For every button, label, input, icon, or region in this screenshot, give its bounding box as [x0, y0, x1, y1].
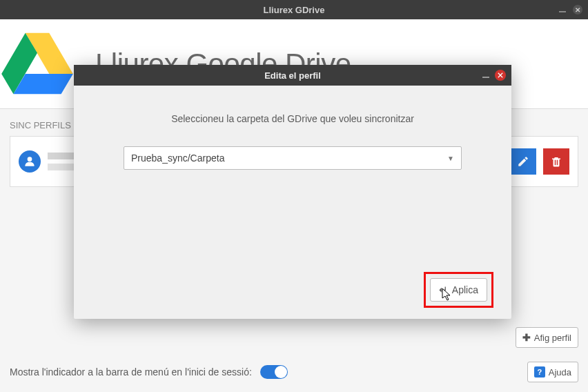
pencil-icon — [517, 155, 529, 168]
edit-profile-button[interactable] — [510, 148, 536, 175]
main-window-title: Lliurex GDrive — [264, 5, 325, 15]
dialog-instruction: Seleccioneu la carpeta del GDrive que vo… — [99, 113, 487, 124]
account-icon — [19, 150, 41, 173]
edit-profile-dialog: Edita el perfil Seleccioneu la carpeta d… — [74, 65, 511, 319]
apply-label: Aplica — [452, 284, 478, 295]
trash-icon — [550, 155, 562, 168]
dialog-close-button[interactable] — [495, 70, 506, 81]
dialog-titlebar: Edita el perfil — [74, 65, 511, 86]
dialog-minimize-icon[interactable] — [482, 77, 489, 78]
chevron-down-icon: ▼ — [447, 155, 454, 162]
svg-point-3 — [28, 157, 32, 161]
add-profile-label: Afig perfil — [534, 333, 571, 343]
minimize-icon[interactable] — [559, 11, 566, 12]
plus-icon: ✚ — [522, 332, 531, 343]
indicator-toggle[interactable] — [260, 365, 288, 379]
add-profile-button[interactable]: ✚ Afig perfil — [516, 327, 578, 348]
apply-highlight: ↵ Aplica — [424, 272, 493, 308]
gdrive-logo-icon — [0, 27, 75, 101]
dialog-title: Edita el perfil — [264, 70, 321, 81]
delete-profile-button[interactable] — [543, 148, 569, 175]
help-button[interactable]: ? Ajuda — [527, 362, 578, 382]
folder-select-value: Prueba_sync/Carpeta — [131, 153, 224, 164]
main-titlebar: Lliurex GDrive ✕ — [0, 0, 588, 19]
close-icon[interactable]: ✕ — [573, 5, 582, 14]
enter-icon: ↵ — [439, 284, 448, 296]
help-label: Ajuda — [549, 367, 571, 378]
toggle-knob — [275, 366, 287, 378]
apply-button[interactable]: ↵ Aplica — [430, 278, 487, 302]
folder-select[interactable]: Prueba_sync/Carpeta ▼ — [124, 146, 462, 170]
help-icon: ? — [534, 366, 545, 378]
indicator-label: Mostra l'indicador a la barra de menú en… — [10, 366, 252, 378]
